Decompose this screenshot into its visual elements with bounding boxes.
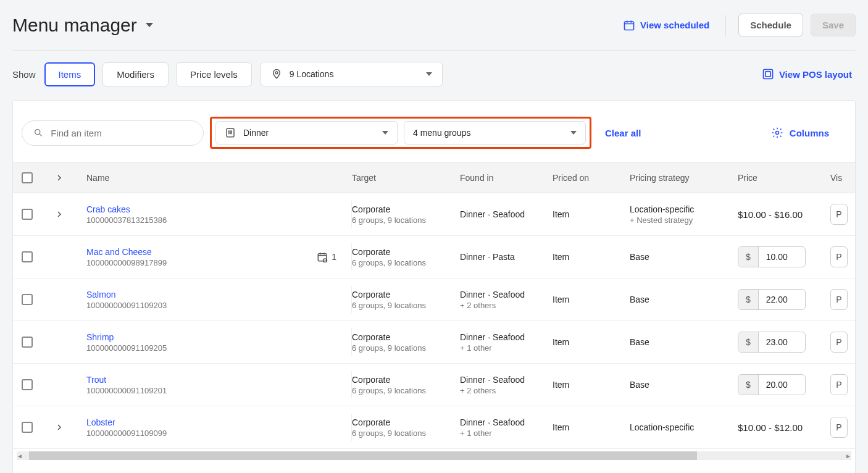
items-panel: Dinner 4 menu groups Clear all bbox=[12, 100, 856, 473]
visibility-pill[interactable]: P bbox=[830, 246, 848, 267]
visibility-pill[interactable]: P bbox=[830, 204, 848, 225]
found-in: Dinner · Seafood bbox=[460, 209, 553, 219]
found-in: Dinner · Seafood bbox=[460, 290, 553, 299]
visibility-pill[interactable]: P bbox=[830, 417, 848, 438]
target-sub: 6 groups, 9 locations bbox=[352, 301, 460, 310]
price-input[interactable]: $10.00 bbox=[738, 246, 806, 267]
expand-all-toggle[interactable] bbox=[52, 171, 66, 185]
locations-select[interactable]: 9 Locations bbox=[261, 62, 443, 86]
table-row: Trout100000000091109201Corporate6 groups… bbox=[13, 364, 855, 406]
found-in: Dinner · Pasta bbox=[460, 252, 553, 262]
row-checkbox[interactable] bbox=[22, 337, 33, 348]
price-range: $10.00 - $12.00 bbox=[738, 422, 830, 433]
expand-row-toggle[interactable] bbox=[52, 421, 66, 434]
item-id: 100000000091109205 bbox=[86, 343, 167, 353]
item-name-link[interactable]: Trout bbox=[86, 375, 167, 385]
visibility-pill[interactable]: P bbox=[830, 374, 848, 395]
price-input[interactable]: $23.00 bbox=[738, 332, 806, 353]
price-value: 20.00 bbox=[759, 375, 795, 395]
target-sub: 6 groups, 9 locations bbox=[352, 343, 460, 353]
tab-modifiers[interactable]: Modifiers bbox=[102, 62, 169, 86]
found-in: Dinner · Seafood bbox=[460, 375, 553, 385]
found-in-sub: + 2 others bbox=[460, 386, 553, 395]
header-actions: View scheduled Schedule Save bbox=[619, 14, 856, 36]
item-id: 100000000091109203 bbox=[86, 301, 167, 310]
target: Corporate bbox=[352, 247, 460, 257]
tab-items[interactable]: Items bbox=[44, 62, 96, 86]
page-title: Menu manager bbox=[12, 15, 137, 36]
page-title-dropdown[interactable]: Menu manager bbox=[12, 15, 153, 36]
tab-price-levels[interactable]: Price levels bbox=[176, 62, 252, 86]
item-name-link[interactable]: Mac and Cheese bbox=[86, 247, 167, 257]
select-all-checkbox[interactable] bbox=[22, 172, 33, 183]
scroll-right-icon: ► bbox=[845, 453, 851, 459]
price-input[interactable]: $22.00 bbox=[738, 289, 806, 310]
price-value: 22.00 bbox=[759, 290, 795, 309]
svg-rect-2 bbox=[763, 70, 772, 79]
separator bbox=[725, 15, 726, 36]
visibility-pill[interactable]: P bbox=[830, 289, 848, 310]
target-sub: 6 groups, 9 locations bbox=[352, 216, 460, 225]
search-input[interactable] bbox=[49, 127, 192, 139]
target: Corporate bbox=[352, 332, 460, 342]
group-filter-select[interactable]: 4 menu groups bbox=[404, 121, 586, 144]
row-checkbox[interactable] bbox=[22, 251, 33, 262]
table-row: Shrimp100000000091109205Corporate6 group… bbox=[13, 321, 855, 364]
col-priced-on: Priced on bbox=[553, 173, 630, 183]
row-checkbox[interactable] bbox=[22, 209, 33, 220]
row-checkbox[interactable] bbox=[22, 379, 33, 390]
view-pos-layout-button[interactable]: View POS layout bbox=[758, 67, 856, 81]
priced-on: Item bbox=[553, 380, 630, 390]
target: Corporate bbox=[352, 204, 460, 214]
priced-on: Item bbox=[553, 209, 630, 219]
item-id: 100000000091109201 bbox=[86, 386, 167, 395]
priced-on: Item bbox=[553, 337, 630, 347]
price-value: 23.00 bbox=[759, 332, 795, 352]
items-table: Name Target Found in Priced on Pricing s… bbox=[13, 162, 855, 460]
item-name-link[interactable]: Salmon bbox=[86, 290, 167, 299]
col-pricing-strategy: Pricing strategy bbox=[630, 173, 738, 183]
menu-filter-select[interactable]: Dinner bbox=[215, 121, 398, 144]
chevron-down-icon bbox=[382, 131, 388, 135]
item-name-link[interactable]: Crab cakes bbox=[86, 204, 167, 214]
currency-prefix: $ bbox=[738, 247, 759, 267]
scheduled-badge[interactable]: 1 bbox=[317, 251, 336, 262]
scroll-thumb[interactable] bbox=[29, 451, 697, 460]
col-target: Target bbox=[352, 173, 460, 183]
expand-row-toggle[interactable] bbox=[52, 207, 66, 221]
price-input[interactable]: $20.00 bbox=[738, 374, 806, 395]
menu-icon bbox=[225, 127, 236, 138]
row-checkbox[interactable] bbox=[22, 294, 33, 305]
chevron-down-icon bbox=[426, 72, 432, 76]
row-checkbox[interactable] bbox=[22, 422, 33, 433]
view-scheduled-button[interactable]: View scheduled bbox=[619, 19, 713, 32]
visibility-pill[interactable]: P bbox=[830, 332, 848, 353]
found-in: Dinner · Seafood bbox=[460, 332, 553, 342]
table-row: Mac and Cheese1000000000989178991Corpora… bbox=[13, 236, 855, 278]
highlighted-filters: Dinner 4 menu groups bbox=[210, 117, 591, 149]
toolbar: Show Items Modifiers Price levels 9 Loca… bbox=[12, 62, 856, 86]
found-in-sub: + 1 other bbox=[460, 343, 553, 353]
item-name-link[interactable]: Lobster bbox=[86, 417, 167, 427]
search-input-wrap[interactable] bbox=[22, 120, 204, 146]
horizontal-scrollbar[interactable]: ◄ ► bbox=[17, 451, 851, 460]
col-price: Price bbox=[738, 173, 830, 183]
location-icon bbox=[271, 69, 282, 80]
item-name-link[interactable]: Shrimp bbox=[86, 332, 167, 342]
page-header: Menu manager View scheduled Schedule Sav… bbox=[12, 7, 856, 51]
pricing-strategy: Base bbox=[630, 295, 738, 304]
pricing-strategy: Base bbox=[630, 252, 738, 262]
scroll-left-icon: ◄ bbox=[17, 453, 23, 459]
show-label: Show bbox=[12, 69, 36, 80]
col-name: Name bbox=[86, 173, 352, 183]
priced-on: Item bbox=[553, 422, 630, 432]
target: Corporate bbox=[352, 417, 460, 427]
svg-point-4 bbox=[35, 130, 40, 135]
columns-button[interactable]: Columns bbox=[767, 126, 833, 140]
search-icon bbox=[33, 127, 43, 138]
target-sub: 6 groups, 9 locations bbox=[352, 258, 460, 267]
clear-filters-button[interactable]: Clear all bbox=[601, 127, 645, 139]
table-row: Lobster100000000091109099Corporate6 grou… bbox=[13, 406, 855, 449]
schedule-button[interactable]: Schedule bbox=[738, 14, 803, 36]
item-id: 100000000091109099 bbox=[86, 429, 167, 438]
